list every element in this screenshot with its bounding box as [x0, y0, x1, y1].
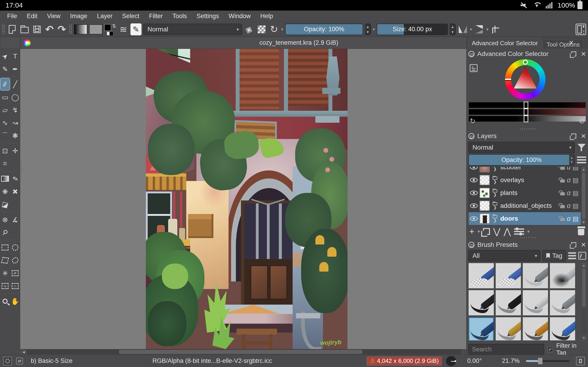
layer-list-scrollbar[interactable]: ▲ ▼ — [581, 167, 586, 225]
reload-preset-button[interactable]: ↻ — [269, 24, 279, 35]
canvas-rotation-dial[interactable] — [446, 356, 456, 366]
toolbar-grip[interactable] — [69, 24, 72, 34]
scroll-handle[interactable] — [582, 268, 586, 307]
layer-properties-dropdown-icon[interactable]: ▾ — [527, 229, 530, 234]
current-brush-name[interactable]: b) Basic-5 Size — [31, 357, 73, 365]
color-slider-2[interactable] — [469, 109, 586, 115]
tool-measure[interactable]: ∡ — [10, 213, 20, 226]
tool-freehand-brush[interactable]: ✐ — [0, 78, 10, 91]
layer-lock-icon[interactable] — [560, 179, 565, 183]
brush-preset-basic-3-flow[interactable] — [523, 290, 548, 316]
tool-polyline[interactable]: ↯ — [10, 103, 20, 116]
layer-thumbnail[interactable] — [480, 188, 490, 198]
tool-assistants[interactable]: ⊗ — [0, 213, 10, 226]
docker-resize-handle[interactable] — [519, 237, 536, 239]
chevron-down-icon[interactable]: ▾ — [486, 27, 488, 32]
alpha-lock-icon[interactable]: α — [567, 176, 571, 184]
layer-filter-icon[interactable] — [577, 143, 586, 152]
foreground-background-colors[interactable]: ⇅ — [104, 24, 116, 35]
layer-thumbnail[interactable] — [480, 175, 490, 185]
group-expand-control[interactable]: ❯ — [492, 190, 498, 197]
scroll-down-button[interactable]: ▼ — [582, 335, 586, 340]
canvas-artwork[interactable]: wojtryb — [146, 49, 347, 349]
presets-list-view-icon[interactable] — [568, 252, 576, 260]
close-document-icon[interactable]: ✕ — [569, 39, 574, 47]
tool-rect-select[interactable] — [0, 241, 10, 254]
tool-gradient[interactable] — [0, 172, 10, 185]
brush-preset-basic-4-flow-opacity[interactable] — [550, 290, 575, 316]
docker-resize-handle[interactable] — [519, 128, 536, 130]
layer-style-icon[interactable]: ▤ — [573, 167, 579, 171]
gradient-chooser[interactable] — [74, 24, 87, 34]
float-docker-icon[interactable] — [571, 133, 576, 139]
layer-style-icon[interactable]: ▤ — [573, 176, 579, 184]
group-expand-control[interactable]: ❯ — [492, 202, 498, 209]
brush-preset-basic-6-details[interactable] — [495, 317, 521, 340]
layer-opacity-spinner[interactable]: ▲▼ — [569, 155, 574, 165]
menu-help[interactable]: Help — [255, 13, 278, 20]
brush-preset-pencil-blue[interactable] — [550, 317, 575, 340]
tool-ellipse-select[interactable] — [10, 241, 20, 254]
brush-preset-chooser-button[interactable]: ✎ — [130, 23, 141, 35]
swap-colors-icon[interactable]: ⇅ — [112, 23, 116, 29]
alpha-lock-icon[interactable]: α — [567, 189, 571, 197]
selection-display-toggle[interactable]: ⇄ — [16, 358, 23, 365]
menu-layer[interactable]: Layer — [92, 13, 117, 20]
tool-select-shapes[interactable]: ➤ — [0, 50, 10, 63]
color-profile-label[interactable]: RGB/Alpha (8-bit inte...B-elle-V2-srgbtr… — [153, 357, 272, 365]
brush-preset-airbrush-soft[interactable] — [550, 263, 575, 289]
layer-thumbnail[interactable] — [480, 167, 490, 172]
tool-bezier-select[interactable]: ∿ — [0, 280, 10, 292]
move-layer-down-button[interactable]: ⋁ — [493, 227, 500, 236]
layer-thumbnail[interactable] — [480, 201, 490, 211]
group-expand-control[interactable]: ❯ — [492, 215, 498, 222]
menu-tools[interactable]: Tools — [168, 13, 192, 20]
tag-filter-dropdown[interactable]: All ▾ — [468, 250, 540, 261]
color-selector-settings-icon[interactable] — [470, 64, 477, 72]
menu-file[interactable]: File — [2, 13, 22, 20]
close-docker-icon[interactable]: ✕ — [581, 132, 586, 140]
tab-advanced-color-selector[interactable]: Advanced Color Selector — [468, 38, 542, 49]
no-color-icon[interactable]: ⊘ — [579, 117, 585, 125]
filter-in-tag-checkbox[interactable]: ✓ — [547, 346, 553, 352]
toolbar-grip[interactable] — [2, 24, 5, 34]
docker-lock-icon[interactable] — [468, 51, 475, 57]
alpha-lock-icon[interactable]: α — [567, 167, 571, 171]
open-document-button[interactable] — [19, 24, 30, 35]
eraser-mode-button[interactable]: ◈ — [242, 23, 256, 36]
tool-polygon[interactable]: ▱ — [0, 103, 10, 116]
layer-style-icon[interactable]: ▤ — [573, 189, 579, 197]
selection-mode-button[interactable] — [3, 357, 12, 365]
visibility-eye-icon[interactable] — [470, 178, 478, 182]
layer-name[interactable]: doors — [500, 215, 558, 222]
blending-mode-dropdown[interactable]: Normal ▾ — [143, 24, 242, 35]
tool-move[interactable]: ✛ — [10, 144, 20, 157]
foreground-color-swatch[interactable] — [104, 24, 111, 31]
tool-rectangle[interactable]: ▭ — [0, 91, 10, 103]
tool-text[interactable]: T — [10, 50, 20, 63]
brush-preset-eraser-soft[interactable] — [523, 263, 548, 289]
float-docker-icon[interactable] — [571, 242, 576, 247]
group-expand-control[interactable]: ❯ — [492, 177, 498, 184]
tag-button[interactable]: Tag — [543, 250, 566, 261]
menu-settings[interactable]: Settings — [192, 13, 224, 20]
scroll-up-button[interactable]: ▲ — [581, 167, 586, 172]
tool-smart-patch[interactable]: ✚ — [10, 185, 20, 198]
layer-menu-icon[interactable] — [577, 156, 586, 164]
docker-lock-icon[interactable] — [468, 242, 475, 248]
layer-thumbnail[interactable] — [480, 214, 490, 224]
redo-button[interactable]: ↷ — [57, 24, 67, 35]
tool-bezier-curve[interactable]: ∿ — [0, 116, 10, 129]
size-slider[interactable]: Size: 40.00 px — [377, 24, 448, 35]
layer-row-overlays[interactable]: ❯overlaysα▤ — [468, 174, 586, 186]
tool-contiguous-select[interactable]: ✳ — [0, 267, 10, 280]
search-input[interactable] — [468, 344, 544, 355]
preserve-alpha-button[interactable] — [256, 24, 267, 35]
tool-magnetic-select[interactable]: ∩ — [10, 280, 20, 292]
brush-preset-basic-2-opacity[interactable] — [495, 290, 521, 316]
tool-color-sampler[interactable]: ✐ — [10, 172, 20, 185]
layer-style-icon[interactable]: ▤ — [573, 202, 579, 210]
tool-fill[interactable]: ◪ — [0, 198, 10, 211]
layer-row-additional_objects[interactable]: ❯additional_objectsα▤ — [468, 199, 586, 212]
tool-freehand-path[interactable]: ↝ — [10, 116, 20, 129]
